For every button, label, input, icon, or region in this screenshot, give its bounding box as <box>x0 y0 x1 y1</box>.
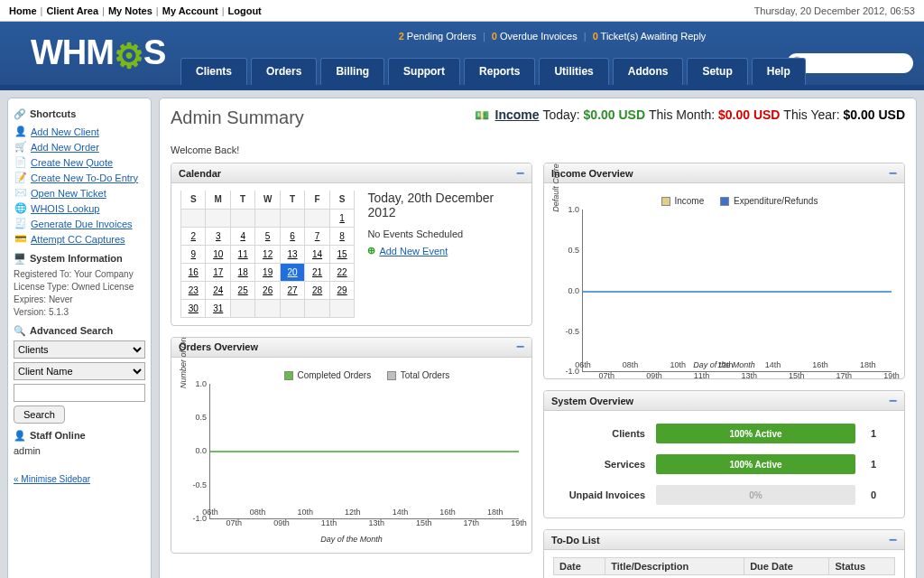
shortcut-item[interactable]: 🛒Add New Order <box>14 139 145 154</box>
collapse-icon[interactable]: − <box>889 395 897 407</box>
header-search[interactable] <box>787 53 913 73</box>
search-input[interactable] <box>808 55 906 71</box>
main-content: Admin Summary 💵 Income Today: $0.00 USD … <box>159 98 917 578</box>
calendar-day[interactable]: 20 <box>280 263 304 281</box>
topnav-client-area[interactable]: Client Area <box>46 5 98 16</box>
header: WHM⚙S 2 Pending Orders | 0 Overdue Invoi… <box>0 22 924 85</box>
staff-heading: 👤Staff Online <box>14 429 145 442</box>
shortcut-item[interactable]: 📄Create New Quote <box>14 154 145 170</box>
advsearch-field-select[interactable]: Client Name <box>14 362 145 380</box>
calendar-day[interactable]: 10 <box>206 245 230 263</box>
shortcut-item[interactable]: 🧾Generate Due Invoices <box>14 216 145 231</box>
calendar-day[interactable]: 6 <box>280 227 304 245</box>
topnav-logout[interactable]: Logout <box>228 5 262 16</box>
calendar-day[interactable]: 28 <box>305 281 329 299</box>
nav-clients[interactable]: Clients <box>180 58 247 85</box>
user-icon: 👤 <box>14 429 26 442</box>
calendar-day[interactable]: 13 <box>280 245 304 263</box>
calendar-day[interactable]: 23 <box>181 281 206 299</box>
shortcut-icon: 📝 <box>14 171 27 184</box>
shortcut-item[interactable]: 📝Create New To-Do Entry <box>14 170 145 185</box>
calendar-day[interactable]: 5 <box>255 227 280 245</box>
nav-setup[interactable]: Setup <box>687 58 747 85</box>
calendar-day[interactable]: 25 <box>230 281 254 299</box>
nav-addons[interactable]: Addons <box>613 58 684 85</box>
sysinfo-block: Registered To: Your CompanyLicense Type:… <box>14 268 145 319</box>
system-overview-body: Clients100% Active1Services100% Active1U… <box>544 411 904 517</box>
calendar-day[interactable]: 2 <box>181 227 206 245</box>
minimise-sidebar-link[interactable]: « Minimise Sidebar <box>14 474 90 484</box>
nav-orders[interactable]: Orders <box>251 58 317 85</box>
shortcut-item[interactable]: 💳Attempt CC Captures <box>14 231 145 247</box>
topnav-my-account[interactable]: My Account <box>162 5 218 16</box>
calendar-day[interactable]: 11 <box>230 245 254 263</box>
collapse-icon[interactable]: − <box>889 167 897 180</box>
shortcut-item[interactable]: 👤Add New Client <box>14 124 145 139</box>
info-icon: 🖥️ <box>14 252 26 265</box>
shortcut-item[interactable]: 🌐WHOIS Lookup <box>14 200 145 216</box>
calendar-day[interactable]: 7 <box>305 227 329 245</box>
todo-header-row: DateTitle/DescriptionDue DateStatus <box>554 558 895 575</box>
calendar-day[interactable]: 17 <box>206 263 230 281</box>
topnav-home[interactable]: Home <box>9 5 37 16</box>
income-chart-ylabel: Default Currency <box>551 163 560 231</box>
overdue-invoices-count: 0 <box>492 31 497 42</box>
search-icon: 🔍 <box>14 324 26 337</box>
header-stats: 2 Pending Orders | 0 Overdue Invoices | … <box>180 31 924 42</box>
shortcut-icon: 🛒 <box>14 140 27 154</box>
calendar-day[interactable]: 27 <box>280 281 304 299</box>
calendar-panel: Calendar− SMTWTFS12345678910111213141516… <box>171 163 532 326</box>
income-chart-legend: Income Expenditure/Refunds <box>582 196 892 206</box>
nav-help[interactable]: Help <box>752 58 806 85</box>
calendar-day[interactable]: 9 <box>181 245 206 263</box>
calendar-day[interactable]: 14 <box>305 245 329 263</box>
collapse-icon[interactable]: − <box>516 340 524 353</box>
sysov-row: Unpaid Invoices0%0 <box>553 480 895 510</box>
welcome-text: Welcome Back! <box>171 144 905 155</box>
advsearch-input[interactable] <box>14 384 145 402</box>
advsearch-button[interactable]: Search <box>14 406 65 424</box>
calendar-day[interactable]: 8 <box>329 227 355 245</box>
calendar-day[interactable]: 12 <box>255 245 280 263</box>
collapse-icon[interactable]: − <box>516 167 524 180</box>
orders-chart-legend: Completed Orders Total Orders <box>209 370 519 380</box>
shortcut-item[interactable]: ✉️Open New Ticket <box>14 185 145 200</box>
income-chart-plot: -1.0-0.50.00.51.006th07th08th09th10th11t… <box>582 210 892 372</box>
calendar-day[interactable]: 4 <box>230 227 254 245</box>
nav-support[interactable]: Support <box>388 58 460 85</box>
top-nav: Home|Client Area|My Notes|My Account|Log… <box>0 0 924 22</box>
income-link[interactable]: Income <box>495 107 540 122</box>
collapse-icon[interactable]: − <box>889 534 897 546</box>
calendar-day[interactable]: 29 <box>329 281 355 299</box>
add-event-link[interactable]: Add New Event <box>379 246 448 256</box>
calendar-day[interactable]: 16 <box>181 263 206 281</box>
shortcut-icon: 👤 <box>14 125 27 138</box>
calendar-day[interactable]: 22 <box>329 263 355 281</box>
nav-billing[interactable]: Billing <box>320 58 384 85</box>
calendar-day[interactable]: 18 <box>230 263 254 281</box>
calendar-day[interactable]: 15 <box>329 245 355 263</box>
calendar-day[interactable]: 26 <box>255 281 280 299</box>
calendar-day[interactable]: 3 <box>206 227 230 245</box>
calendar-day[interactable]: 1 <box>329 209 355 227</box>
calendar-day[interactable]: 24 <box>206 281 230 299</box>
topnav-my-notes[interactable]: My Notes <box>108 5 152 16</box>
advsearch-domain-select[interactable]: Clients <box>14 340 145 359</box>
calendar-day[interactable]: 30 <box>181 299 206 317</box>
orders-overview-panel: Orders Overview− Completed Orders Total … <box>171 337 532 554</box>
shortcut-icon: 📄 <box>14 155 27 169</box>
calendar-day[interactable]: 21 <box>305 263 329 281</box>
calendar-day[interactable]: 19 <box>255 263 280 281</box>
system-overview-title: System Overview <box>551 396 633 406</box>
nav-utilities[interactable]: Utilities <box>539 58 608 85</box>
nav-reports[interactable]: Reports <box>464 58 535 85</box>
page-title: Admin Summary <box>171 107 304 128</box>
calendar-day[interactable]: 31 <box>206 299 230 317</box>
shortcut-icon: ✉️ <box>14 186 27 200</box>
income-overview-panel: Income Overview− Income Expenditure/Refu… <box>543 163 905 379</box>
link-icon: 🔗 <box>14 107 26 120</box>
shortcuts-list: 👤Add New Client🛒Add New Order📄Create New… <box>14 124 145 247</box>
income-chart: Income Expenditure/Refunds Default Curre… <box>553 191 895 371</box>
calendar-grid[interactable]: SMTWTFS123456789101112131415161718192021… <box>180 191 355 318</box>
sysov-row: Services100% Active1 <box>553 449 895 480</box>
